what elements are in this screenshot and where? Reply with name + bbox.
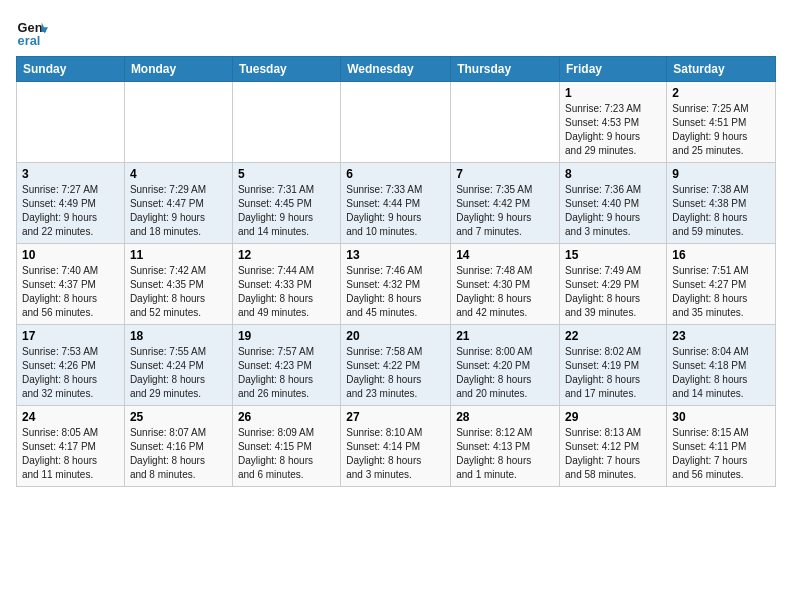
- day-info: Sunrise: 7:46 AM Sunset: 4:32 PM Dayligh…: [346, 264, 445, 320]
- day-number: 17: [22, 329, 119, 343]
- day-number: 16: [672, 248, 770, 262]
- day-info: Sunrise: 7:40 AM Sunset: 4:37 PM Dayligh…: [22, 264, 119, 320]
- calendar-cell: 4Sunrise: 7:29 AM Sunset: 4:47 PM Daylig…: [124, 163, 232, 244]
- day-number: 5: [238, 167, 335, 181]
- calendar-week-row: 17Sunrise: 7:53 AM Sunset: 4:26 PM Dayli…: [17, 325, 776, 406]
- day-info: Sunrise: 8:13 AM Sunset: 4:12 PM Dayligh…: [565, 426, 661, 482]
- day-info: Sunrise: 8:10 AM Sunset: 4:14 PM Dayligh…: [346, 426, 445, 482]
- day-info: Sunrise: 7:58 AM Sunset: 4:22 PM Dayligh…: [346, 345, 445, 401]
- calendar-cell: 22Sunrise: 8:02 AM Sunset: 4:19 PM Dayli…: [560, 325, 667, 406]
- day-info: Sunrise: 7:55 AM Sunset: 4:24 PM Dayligh…: [130, 345, 227, 401]
- day-number: 9: [672, 167, 770, 181]
- calendar-cell: 2Sunrise: 7:25 AM Sunset: 4:51 PM Daylig…: [667, 82, 776, 163]
- day-info: Sunrise: 7:35 AM Sunset: 4:42 PM Dayligh…: [456, 183, 554, 239]
- day-number: 19: [238, 329, 335, 343]
- day-number: 26: [238, 410, 335, 424]
- day-info: Sunrise: 7:38 AM Sunset: 4:38 PM Dayligh…: [672, 183, 770, 239]
- day-info: Sunrise: 7:57 AM Sunset: 4:23 PM Dayligh…: [238, 345, 335, 401]
- day-header-saturday: Saturday: [667, 57, 776, 82]
- day-number: 1: [565, 86, 661, 100]
- day-info: Sunrise: 8:12 AM Sunset: 4:13 PM Dayligh…: [456, 426, 554, 482]
- day-number: 27: [346, 410, 445, 424]
- day-number: 18: [130, 329, 227, 343]
- calendar-cell: 10Sunrise: 7:40 AM Sunset: 4:37 PM Dayli…: [17, 244, 125, 325]
- day-info: Sunrise: 7:51 AM Sunset: 4:27 PM Dayligh…: [672, 264, 770, 320]
- calendar-cell: 11Sunrise: 7:42 AM Sunset: 4:35 PM Dayli…: [124, 244, 232, 325]
- day-number: 25: [130, 410, 227, 424]
- day-number: 23: [672, 329, 770, 343]
- day-info: Sunrise: 8:00 AM Sunset: 4:20 PM Dayligh…: [456, 345, 554, 401]
- page-header: Gen eral: [16, 16, 776, 48]
- day-number: 10: [22, 248, 119, 262]
- calendar-cell: 26Sunrise: 8:09 AM Sunset: 4:15 PM Dayli…: [232, 406, 340, 487]
- day-info: Sunrise: 7:48 AM Sunset: 4:30 PM Dayligh…: [456, 264, 554, 320]
- day-info: Sunrise: 8:02 AM Sunset: 4:19 PM Dayligh…: [565, 345, 661, 401]
- calendar-cell: 6Sunrise: 7:33 AM Sunset: 4:44 PM Daylig…: [341, 163, 451, 244]
- day-number: 22: [565, 329, 661, 343]
- day-number: 6: [346, 167, 445, 181]
- logo-icon: Gen eral: [16, 16, 48, 48]
- day-number: 21: [456, 329, 554, 343]
- day-number: 3: [22, 167, 119, 181]
- calendar-cell: 18Sunrise: 7:55 AM Sunset: 4:24 PM Dayli…: [124, 325, 232, 406]
- day-number: 28: [456, 410, 554, 424]
- calendar-cell: 1Sunrise: 7:23 AM Sunset: 4:53 PM Daylig…: [560, 82, 667, 163]
- day-number: 2: [672, 86, 770, 100]
- day-header-tuesday: Tuesday: [232, 57, 340, 82]
- day-number: 29: [565, 410, 661, 424]
- calendar-cell: 9Sunrise: 7:38 AM Sunset: 4:38 PM Daylig…: [667, 163, 776, 244]
- day-number: 12: [238, 248, 335, 262]
- day-info: Sunrise: 7:25 AM Sunset: 4:51 PM Dayligh…: [672, 102, 770, 158]
- calendar-cell: 7Sunrise: 7:35 AM Sunset: 4:42 PM Daylig…: [451, 163, 560, 244]
- calendar-week-row: 10Sunrise: 7:40 AM Sunset: 4:37 PM Dayli…: [17, 244, 776, 325]
- day-info: Sunrise: 7:49 AM Sunset: 4:29 PM Dayligh…: [565, 264, 661, 320]
- day-info: Sunrise: 8:04 AM Sunset: 4:18 PM Dayligh…: [672, 345, 770, 401]
- calendar-cell: 13Sunrise: 7:46 AM Sunset: 4:32 PM Dayli…: [341, 244, 451, 325]
- day-info: Sunrise: 7:31 AM Sunset: 4:45 PM Dayligh…: [238, 183, 335, 239]
- calendar-cell: [451, 82, 560, 163]
- day-info: Sunrise: 7:36 AM Sunset: 4:40 PM Dayligh…: [565, 183, 661, 239]
- day-number: 7: [456, 167, 554, 181]
- calendar-cell: [17, 82, 125, 163]
- day-info: Sunrise: 7:44 AM Sunset: 4:33 PM Dayligh…: [238, 264, 335, 320]
- calendar-cell: 5Sunrise: 7:31 AM Sunset: 4:45 PM Daylig…: [232, 163, 340, 244]
- calendar-cell: 28Sunrise: 8:12 AM Sunset: 4:13 PM Dayli…: [451, 406, 560, 487]
- day-info: Sunrise: 7:33 AM Sunset: 4:44 PM Dayligh…: [346, 183, 445, 239]
- calendar-header-row: SundayMondayTuesdayWednesdayThursdayFrid…: [17, 57, 776, 82]
- day-header-friday: Friday: [560, 57, 667, 82]
- day-number: 8: [565, 167, 661, 181]
- day-info: Sunrise: 7:23 AM Sunset: 4:53 PM Dayligh…: [565, 102, 661, 158]
- day-number: 15: [565, 248, 661, 262]
- logo: Gen eral: [16, 16, 52, 48]
- calendar-week-row: 24Sunrise: 8:05 AM Sunset: 4:17 PM Dayli…: [17, 406, 776, 487]
- day-number: 20: [346, 329, 445, 343]
- day-number: 24: [22, 410, 119, 424]
- day-header-monday: Monday: [124, 57, 232, 82]
- calendar-cell: 12Sunrise: 7:44 AM Sunset: 4:33 PM Dayli…: [232, 244, 340, 325]
- day-number: 11: [130, 248, 227, 262]
- calendar-cell: 15Sunrise: 7:49 AM Sunset: 4:29 PM Dayli…: [560, 244, 667, 325]
- day-number: 13: [346, 248, 445, 262]
- calendar-cell: 23Sunrise: 8:04 AM Sunset: 4:18 PM Dayli…: [667, 325, 776, 406]
- day-info: Sunrise: 7:29 AM Sunset: 4:47 PM Dayligh…: [130, 183, 227, 239]
- calendar-cell: 21Sunrise: 8:00 AM Sunset: 4:20 PM Dayli…: [451, 325, 560, 406]
- day-number: 4: [130, 167, 227, 181]
- day-header-thursday: Thursday: [451, 57, 560, 82]
- day-info: Sunrise: 7:53 AM Sunset: 4:26 PM Dayligh…: [22, 345, 119, 401]
- day-info: Sunrise: 8:15 AM Sunset: 4:11 PM Dayligh…: [672, 426, 770, 482]
- calendar-cell: [232, 82, 340, 163]
- calendar-cell: 30Sunrise: 8:15 AM Sunset: 4:11 PM Dayli…: [667, 406, 776, 487]
- day-header-sunday: Sunday: [17, 57, 125, 82]
- calendar-cell: 19Sunrise: 7:57 AM Sunset: 4:23 PM Dayli…: [232, 325, 340, 406]
- calendar-cell: 17Sunrise: 7:53 AM Sunset: 4:26 PM Dayli…: [17, 325, 125, 406]
- calendar-cell: 24Sunrise: 8:05 AM Sunset: 4:17 PM Dayli…: [17, 406, 125, 487]
- day-info: Sunrise: 8:09 AM Sunset: 4:15 PM Dayligh…: [238, 426, 335, 482]
- calendar-week-row: 1Sunrise: 7:23 AM Sunset: 4:53 PM Daylig…: [17, 82, 776, 163]
- calendar-cell: 16Sunrise: 7:51 AM Sunset: 4:27 PM Dayli…: [667, 244, 776, 325]
- calendar-cell: 27Sunrise: 8:10 AM Sunset: 4:14 PM Dayli…: [341, 406, 451, 487]
- calendar-cell: 14Sunrise: 7:48 AM Sunset: 4:30 PM Dayli…: [451, 244, 560, 325]
- calendar-cell: 3Sunrise: 7:27 AM Sunset: 4:49 PM Daylig…: [17, 163, 125, 244]
- calendar-cell: [341, 82, 451, 163]
- day-info: Sunrise: 7:27 AM Sunset: 4:49 PM Dayligh…: [22, 183, 119, 239]
- calendar-cell: 20Sunrise: 7:58 AM Sunset: 4:22 PM Dayli…: [341, 325, 451, 406]
